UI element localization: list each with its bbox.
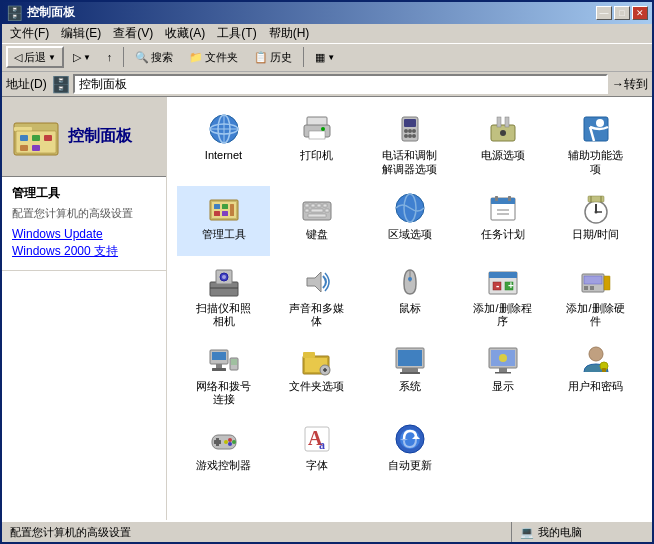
- icon-printer[interactable]: 打印机: [270, 107, 363, 181]
- title-buttons: — □ ✕: [596, 6, 648, 20]
- svg-point-109: [232, 440, 236, 444]
- fonts-label: 字体: [306, 459, 328, 472]
- forward-button[interactable]: ▷ ▼: [66, 46, 98, 68]
- address-folder-icon: 🗄️: [51, 75, 71, 94]
- address-input[interactable]: 控制面板: [73, 74, 608, 94]
- sounds-label: 声音和多媒 体: [289, 302, 344, 328]
- svg-rect-1: [14, 127, 32, 131]
- game-controllers-label: 游戏控制器: [196, 459, 251, 472]
- icons-grid: Internet 打印机 电话和调制 解调器选项: [177, 107, 642, 486]
- scanner-camera-icon: [208, 266, 240, 298]
- svg-point-69: [408, 277, 412, 281]
- svg-rect-41: [317, 204, 321, 207]
- admin-tools-label: 管理工具: [202, 228, 246, 241]
- svg-rect-43: [305, 209, 309, 212]
- forward-dropdown-icon: ▼: [83, 53, 91, 62]
- windows-2000-support-link[interactable]: Windows 2000 支持: [12, 243, 156, 260]
- region-icon: [394, 192, 426, 224]
- phone-modem-icon: [394, 113, 426, 145]
- address-label: 地址(D): [6, 76, 47, 93]
- svg-text:+: +: [508, 280, 514, 291]
- datetime-label: 日期/时间: [572, 228, 619, 241]
- svg-rect-34: [222, 204, 228, 209]
- svg-point-58: [594, 210, 597, 213]
- icon-phone-modem[interactable]: 电话和调制 解调器选项: [363, 107, 456, 181]
- folder-options-label: 文件夹选项: [289, 380, 344, 393]
- icon-users-passwords[interactable]: 用户和密码: [549, 338, 642, 412]
- search-button[interactable]: 🔍 搜索: [128, 46, 180, 68]
- icon-display[interactable]: 显示: [456, 338, 549, 412]
- toolbar: ◁ 后退 ▼ ▷ ▼ ↑ 🔍 搜索 📁 文件夹 📋 历史 ▦ ▼: [2, 44, 652, 72]
- keyboard-icon: [301, 192, 333, 224]
- folders-button[interactable]: 📁 文件夹: [182, 46, 245, 68]
- go-button[interactable]: →转到: [612, 76, 648, 93]
- back-button[interactable]: ◁ 后退 ▼: [6, 46, 64, 68]
- svg-rect-46: [308, 214, 326, 217]
- history-label: 历史: [270, 50, 292, 65]
- svg-marker-67: [307, 272, 321, 292]
- icon-scanner-camera[interactable]: 扫描仪和照 相机: [177, 260, 270, 334]
- svg-rect-7: [32, 145, 40, 151]
- svg-rect-100: [495, 372, 511, 374]
- menu-favorites[interactable]: 收藏(A): [159, 23, 211, 44]
- svg-rect-4: [32, 135, 40, 141]
- svg-point-108: [228, 438, 232, 442]
- menu-file[interactable]: 文件(F): [4, 23, 55, 44]
- add-remove-programs-icon: -+: [487, 266, 519, 298]
- game-controllers-icon: [208, 423, 240, 455]
- menu-tools[interactable]: 工具(T): [211, 23, 262, 44]
- printer-label: 打印机: [300, 149, 333, 162]
- icon-folder-options[interactable]: 文件夹选项: [270, 338, 363, 412]
- icon-datetime[interactable]: 日期/时间: [549, 186, 642, 256]
- icon-keyboard[interactable]: 键盘: [270, 186, 363, 256]
- icon-region[interactable]: 区域选项: [363, 186, 456, 256]
- svg-point-16: [321, 127, 325, 131]
- icon-add-remove-hardware[interactable]: 添加/删除硬 件: [549, 260, 642, 334]
- add-remove-programs-label: 添加/删除程 序: [473, 302, 531, 328]
- svg-rect-50: [491, 198, 515, 204]
- icon-auto-update[interactable]: 自动更新: [363, 417, 456, 487]
- menu-help[interactable]: 帮助(H): [263, 23, 316, 44]
- svg-rect-99: [499, 368, 507, 372]
- icon-network-dialup[interactable]: 网络和拨号 连接: [177, 338, 270, 412]
- up-button[interactable]: ↑: [100, 46, 120, 68]
- scheduled-tasks-icon: [487, 192, 519, 224]
- icon-sounds[interactable]: 声音和多媒 体: [270, 260, 363, 334]
- status-left-text: 配置您计算机的高级设置: [10, 525, 131, 540]
- sounds-icon: [301, 266, 333, 298]
- maximize-button[interactable]: □: [614, 6, 630, 20]
- menu-edit[interactable]: 编辑(E): [55, 23, 107, 44]
- menu-view[interactable]: 查看(V): [107, 23, 159, 44]
- icon-system[interactable]: 系统: [363, 338, 456, 412]
- users-passwords-label: 用户和密码: [568, 380, 623, 393]
- svg-point-30: [596, 119, 604, 127]
- svg-rect-79: [590, 286, 594, 290]
- icon-accessibility[interactable]: 辅助功能选 项: [549, 107, 642, 181]
- minimize-button[interactable]: —: [596, 6, 612, 20]
- icon-internet[interactable]: Internet: [177, 107, 270, 181]
- icon-game-controllers[interactable]: 游戏控制器: [177, 417, 270, 487]
- left-panel: 控制面板 管理工具 配置您计算机的高级设置 Windows Update Win…: [2, 97, 167, 520]
- svg-rect-86: [231, 359, 237, 365]
- svg-rect-18: [404, 119, 416, 127]
- icon-scheduled-tasks[interactable]: 任务计划: [456, 186, 549, 256]
- icon-admin-tools[interactable]: 管理工具: [177, 186, 270, 256]
- toolbar-separator-1: [123, 47, 124, 67]
- admin-tools-icon: [208, 192, 240, 224]
- views-button[interactable]: ▦ ▼: [308, 46, 342, 68]
- svg-rect-3: [20, 135, 28, 141]
- display-label: 显示: [492, 380, 514, 393]
- icon-mouse[interactable]: 鼠标: [363, 260, 456, 334]
- windows-update-link[interactable]: Windows Update: [12, 227, 156, 241]
- icon-power[interactable]: 电源选项: [456, 107, 549, 181]
- history-button[interactable]: 📋 历史: [247, 46, 299, 68]
- auto-update-icon: [394, 423, 426, 455]
- window-icon: 🗄️: [6, 5, 23, 21]
- svg-point-21: [412, 129, 416, 133]
- icon-add-remove-programs[interactable]: -+ 添加/删除程 序: [456, 260, 549, 334]
- address-value: 控制面板: [79, 76, 127, 93]
- svg-point-28: [500, 130, 506, 136]
- close-button[interactable]: ✕: [632, 6, 648, 20]
- icon-fonts[interactable]: Aa 字体: [270, 417, 363, 487]
- back-label: 后退: [24, 50, 46, 65]
